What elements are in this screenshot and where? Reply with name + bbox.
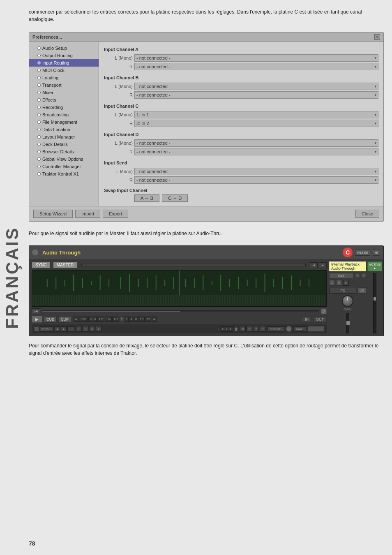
channel-c-l-select[interactable]: 1: In 1 [134, 111, 378, 118]
sidebar-item-browser-details[interactable]: Browser Details [29, 148, 99, 155]
setup-wizard-button[interactable]: Setup Wizard [33, 210, 73, 218]
num-5-btn[interactable]: 5 [240, 326, 246, 332]
num-6-btn[interactable]: 6 [247, 326, 252, 332]
num-4-btn[interactable]: 4 [96, 326, 101, 332]
svg-rect-28 [291, 275, 292, 290]
prev-button[interactable]: ◄ [310, 262, 318, 268]
sidebar-item-broadcasting[interactable]: Broadcasting [29, 111, 99, 118]
channel-c-r-select[interactable]: 2: In 2 [134, 120, 378, 127]
svg-rect-7 [100, 275, 101, 290]
channel-d-l-select-wrapper: - not connected - [134, 139, 378, 147]
num-1-btn[interactable]: 1 [76, 326, 82, 332]
store-button[interactable]: STORE [267, 326, 284, 332]
fx-button[interactable]: FX [329, 288, 356, 294]
move-button[interactable]: MOVE [40, 326, 54, 332]
at-fader-mini[interactable] [308, 326, 324, 332]
master-button[interactable]: MASTER [53, 261, 78, 268]
channel-d-l-select[interactable]: - not connected - [134, 139, 378, 147]
channel-d-r-select-wrapper: - not connected - [134, 148, 378, 155]
play-pause-button[interactable]: ▶ [32, 316, 42, 323]
radio-dot [37, 106, 41, 109]
swap-ab-button[interactable]: A ↔ B [134, 194, 159, 202]
num-3-btn[interactable]: 3 [89, 326, 95, 332]
out-button[interactable]: OUT [313, 316, 327, 323]
close-button[interactable]: Close [355, 210, 379, 218]
sidebar-item-output-routing[interactable]: Output Routing [29, 52, 99, 59]
sync-button[interactable]: SYNC [32, 261, 51, 268]
fx-1-btn[interactable]: 1 [329, 280, 335, 286]
sidebar-label: Deck Details [42, 142, 68, 147]
gain-knob[interactable] [342, 295, 353, 307]
num-7-btn[interactable]: 7 [253, 326, 259, 332]
sidebar-label: Input Routing [42, 60, 69, 65]
sidebar-item-file-management[interactable]: File Management [29, 118, 99, 126]
channel-a-l-select[interactable]: - not connected - [134, 54, 378, 62]
fx-round-btn[interactable]: ⊙ [343, 280, 349, 286]
in-button[interactable]: IN [302, 316, 311, 323]
at-right-panel: Internal Playback Audio Through KEY 1 2 … [329, 261, 366, 333]
sidebar-item-transport[interactable]: Transport [29, 81, 99, 89]
channel-b-l-row: L (Mono) - not connected - [104, 83, 378, 90]
channel-d-r-select[interactable]: - not connected - [134, 148, 378, 155]
pitch-slider[interactable] [81, 264, 306, 266]
at-circle-btn[interactable] [286, 326, 292, 332]
sidebar-label: Recording [42, 105, 63, 110]
map-button[interactable]: MAP [293, 326, 306, 332]
nav-left-btn[interactable]: ◄ [55, 326, 60, 332]
sidebar-item-data-location[interactable]: Data Location [29, 126, 99, 133]
sidebar-item-controller-manager[interactable]: Controller Manager [29, 163, 99, 170]
input-send-r-row: R - not connected - [104, 176, 378, 184]
key-button[interactable]: KEY [329, 273, 354, 278]
radio-dot [37, 54, 41, 57]
pitch-1-4: 1/4 [105, 317, 112, 322]
channel-c-section: Input Channel C L (Mono) 1: In 1 R [104, 103, 378, 127]
sidebar-item-recording[interactable]: Recording [29, 104, 99, 111]
channel-b-r-select[interactable]: - not connected - [134, 91, 378, 99]
at-end-btn[interactable]: J [321, 308, 327, 314]
sidebar-item-global-view-options[interactable]: Global View Options [29, 155, 99, 163]
sidebar-item-loading[interactable]: Loading [29, 74, 99, 81]
sidebar-item-mixer[interactable]: Mixer [29, 89, 99, 96]
active-button[interactable]: ACTIVE▲ [367, 261, 383, 271]
sidebar-item-midi-clock[interactable]: MIDI Clock [29, 67, 99, 74]
num-8-btn[interactable]: 8 [260, 326, 265, 332]
svg-rect-16 [185, 279, 186, 287]
sidebar-item-audio-setup[interactable]: Audio Setup [29, 44, 99, 52]
sidebar-item-traktor-kontrol[interactable]: Traktor Kontrol X1 [29, 170, 99, 178]
lo-badge[interactable]: LO [357, 287, 366, 294]
sidebar-item-layout-manager[interactable]: Layout Manager [29, 133, 99, 141]
sidebar-item-input-routing[interactable]: Input Routing [29, 59, 99, 67]
cue-dropdown[interactable]: Cue ▼ [221, 326, 234, 332]
pitch-prev-btn[interactable]: ◄ [73, 317, 78, 322]
channel-b-l-select-wrapper: - not connected - [134, 83, 378, 90]
channel-a-r-select[interactable]: - not connected - [134, 63, 378, 70]
channel-b-l-select[interactable]: - not connected - [134, 83, 378, 90]
nav-right-btn[interactable]: ► [61, 326, 67, 332]
pitch-next-btn[interactable]: ► [152, 317, 157, 322]
at-start-btn[interactable]: |◄ [32, 308, 40, 314]
swap-cd-button[interactable]: C ↔ D [162, 194, 188, 202]
sidebar-item-effects[interactable]: Effects [29, 96, 99, 104]
sidebar-item-deck-details[interactable]: Deck Details [29, 141, 99, 148]
num-2-btn[interactable]: 2 [83, 326, 88, 332]
sidebar-label: Loading [42, 75, 58, 80]
input-send-r-select[interactable]: - not connected - [134, 176, 378, 184]
at-seek-bar[interactable] [42, 310, 319, 312]
fx-2-btn[interactable]: 2 [336, 280, 342, 286]
hi-badge[interactable]: HI [373, 250, 380, 256]
right-fader[interactable] [346, 313, 349, 333]
cup-button[interactable]: CUP [58, 316, 71, 323]
at-sync-master-row: SYNC MASTER ◄ ► [32, 261, 327, 268]
export-button[interactable]: Export [103, 210, 128, 218]
pitch-1-16: 1/16 [88, 317, 97, 322]
volume-fader[interactable] [373, 273, 376, 333]
svg-rect-20 [220, 275, 221, 291]
prefs-close-button[interactable]: x [374, 34, 380, 40]
dots-btn[interactable]: ··· [67, 326, 74, 332]
import-button[interactable]: Import [75, 210, 100, 218]
next-button[interactable]: ► [319, 262, 327, 268]
filter-badge[interactable]: FILTER [355, 250, 370, 256]
channel-d-header: Input Channel D [104, 131, 378, 138]
cue-button[interactable]: CUE [44, 316, 57, 323]
input-send-l-select[interactable]: - not connected - [134, 168, 378, 175]
